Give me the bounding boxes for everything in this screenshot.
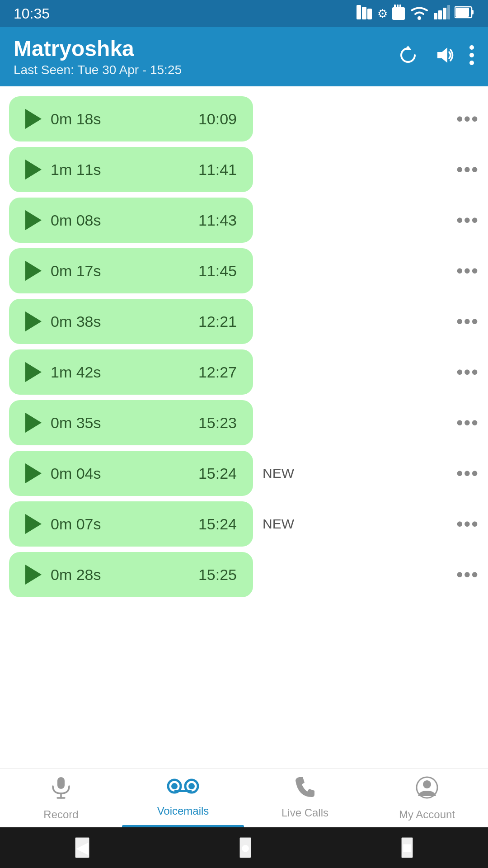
voicemail-duration-5: 1m 42s	[51, 363, 189, 381]
voicemail-time-9: 15:25	[198, 566, 237, 584]
battery-icon	[455, 6, 474, 22]
play-button-1[interactable]	[25, 160, 42, 179]
play-button-3[interactable]	[25, 261, 42, 281]
more-options-5[interactable]: •••	[456, 361, 479, 383]
play-button-4[interactable]	[25, 311, 42, 331]
svg-point-17	[469, 45, 474, 50]
svg-rect-10	[443, 8, 446, 19]
voicemail-card: 0m 28s 15:25	[9, 552, 253, 597]
voicemail-row: 0m 18s 10:09 •••	[9, 96, 479, 142]
status-icons: ⚙	[356, 5, 474, 23]
voicemail-time-3: 11:45	[198, 262, 237, 280]
phone-icon	[295, 776, 315, 803]
voicemail-time-6: 15:23	[198, 414, 237, 432]
voicemail-duration-7: 0m 04s	[51, 465, 189, 482]
more-options-4[interactable]: •••	[456, 311, 479, 332]
more-options-1[interactable]: •••	[456, 159, 479, 180]
header: Matryoshka Last Seen: Tue 30 Apr - 15:25	[0, 27, 488, 86]
voicemail-time-2: 11:43	[198, 212, 237, 229]
voicemail-duration-8: 0m 07s	[51, 515, 189, 533]
more-options-0[interactable]: •••	[456, 108, 479, 130]
svg-rect-9	[438, 10, 442, 19]
svg-point-19	[469, 61, 474, 65]
voicemail-card: 0m 08s 11:43	[9, 198, 253, 243]
voicemail-duration-0: 0m 18s	[51, 110, 189, 128]
play-button-7[interactable]	[25, 463, 42, 483]
svg-point-29	[423, 780, 431, 788]
voicemail-row: 0m 08s 11:43 •••	[9, 198, 479, 243]
voicemail-duration-6: 0m 35s	[51, 414, 189, 432]
status-time: 10:35	[14, 5, 50, 22]
nav-label-live-calls: Live Calls	[282, 807, 328, 819]
svg-rect-1	[362, 7, 366, 19]
sd-icon	[392, 5, 405, 23]
voicemail-row: 0m 35s 15:23 •••	[9, 400, 479, 445]
play-button-9[interactable]	[25, 565, 42, 585]
play-button-2[interactable]	[25, 210, 42, 230]
volume-button[interactable]	[433, 44, 455, 70]
voicemail-icon	[167, 776, 199, 801]
back-button[interactable]: ◀	[75, 837, 89, 858]
more-options-3[interactable]: •••	[456, 260, 479, 282]
voicemail-time-5: 12:27	[198, 363, 237, 381]
home-button[interactable]: ●	[239, 837, 251, 858]
svg-rect-2	[367, 9, 372, 19]
voicemail-card: 0m 38s 12:21	[9, 299, 253, 344]
nav-item-record[interactable]: Record	[0, 776, 122, 821]
voicemail-duration-1: 1m 11s	[51, 161, 189, 179]
nav-label-voicemails: Voicemails	[157, 805, 209, 817]
svg-rect-20	[57, 777, 65, 789]
voicemail-card: 0m 18s 10:09	[9, 96, 253, 142]
voicemail-card: 0m 07s 15:24	[9, 501, 253, 547]
voicemail-card: 1m 42s 12:27	[9, 349, 253, 395]
more-options-6[interactable]: •••	[456, 412, 479, 434]
svg-rect-14	[472, 10, 474, 14]
voicemail-card: 1m 11s 11:41	[9, 147, 253, 192]
svg-rect-5	[397, 5, 399, 9]
play-button-8[interactable]	[25, 514, 42, 534]
nav-item-live-calls[interactable]: Live Calls	[244, 776, 366, 819]
svg-rect-11	[447, 5, 450, 19]
more-options-button[interactable]	[469, 44, 474, 70]
nav-label-my-account: My Account	[399, 808, 455, 821]
voicemail-row: 1m 42s 12:27 •••	[9, 349, 479, 395]
status-bar: 10:35 ⚙	[0, 0, 488, 27]
nav-active-indicator	[122, 825, 244, 827]
microphone-icon	[51, 776, 71, 805]
play-button-6[interactable]	[25, 413, 42, 433]
voicemail-time-8: 15:24	[198, 515, 237, 533]
more-options-9[interactable]: •••	[456, 564, 479, 585]
voicemail-row: 0m 07s 15:24 NEW •••	[9, 501, 479, 547]
nav-item-my-account[interactable]: My Account	[366, 776, 488, 821]
more-options-8[interactable]: •••	[456, 513, 479, 535]
voicemail-row: 0m 17s 11:45 •••	[9, 248, 479, 293]
voicemail-badge-8: NEW	[260, 516, 296, 532]
bottom-navigation: Record Voicemails Live Calls	[0, 769, 488, 827]
play-button-0[interactable]	[25, 109, 42, 129]
svg-point-7	[418, 16, 421, 20]
voicemail-time-1: 11:41	[198, 161, 237, 179]
recents-button[interactable]: ■	[401, 837, 413, 858]
voicemail-badge-7: NEW	[260, 466, 296, 481]
voicemail-row: 0m 28s 15:25 •••	[9, 552, 479, 597]
voicemail-row: 1m 11s 11:41 •••	[9, 147, 479, 192]
svg-marker-16	[437, 47, 447, 63]
svg-point-26	[171, 783, 178, 789]
voicemail-list: 0m 18s 10:09 ••• 1m 11s 11:41 ••• 0m 08s…	[0, 86, 488, 769]
svg-rect-3	[392, 7, 405, 20]
svg-rect-6	[399, 5, 401, 9]
android-navigation-bar: ◀ ● ■	[0, 827, 488, 868]
more-options-7[interactable]: •••	[456, 462, 479, 484]
sim-icon	[356, 5, 373, 23]
app-title: Matryoshka	[14, 36, 182, 61]
play-button-5[interactable]	[25, 362, 42, 382]
signal-icon	[434, 5, 450, 23]
more-options-2[interactable]: •••	[456, 209, 479, 231]
voicemail-row: 0m 04s 15:24 NEW •••	[9, 451, 479, 496]
refresh-button[interactable]	[397, 44, 419, 70]
voicemail-duration-4: 0m 38s	[51, 313, 189, 330]
voicemail-time-4: 12:21	[198, 313, 237, 330]
nav-item-voicemails[interactable]: Voicemails	[122, 776, 244, 817]
settings-icon: ⚙	[377, 7, 388, 21]
voicemail-time-7: 15:24	[198, 465, 237, 482]
